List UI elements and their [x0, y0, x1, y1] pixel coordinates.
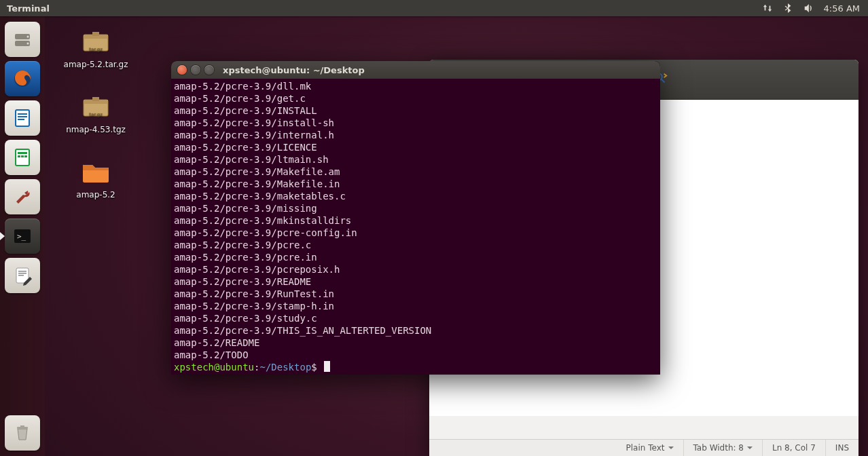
terminal-body[interactable]: amap-5.2/pcre-3.9/dll.mkamap-5.2/pcre-3.… [171, 79, 660, 375]
terminal-prompt[interactable]: xpstech@ubuntu:~/Desktop$ [174, 361, 657, 373]
status-cursor: Ln 8, Col 7 [763, 440, 826, 456]
svg-point-3 [27, 43, 29, 45]
svg-rect-24 [92, 32, 99, 36]
status-tabwidth[interactable]: Tab Width: 8 [684, 440, 763, 456]
status-language[interactable]: Plain Text [617, 440, 684, 456]
desktop-icon-label: nmap-4.53.tgz [66, 125, 126, 134]
launcher-firefox[interactable] [5, 61, 40, 96]
terminal-output-line: amap-5.2/pcre-3.9/pcreposix.h [174, 263, 657, 276]
terminal-output-line: amap-5.2/pcre-3.9/pcre.c [174, 239, 657, 251]
terminal-titlebar[interactable]: xpstech@ubuntu: ~/Desktop [171, 61, 660, 79]
archive-icon: tar.gz [79, 24, 112, 57]
svg-point-2 [27, 36, 29, 38]
terminal-output-line: amap-5.2/pcre-3.9/install-sh [174, 117, 657, 129]
desktop-icon-label: amap-5.2 [76, 190, 115, 200]
active-app-title: Terminal [0, 3, 50, 14]
terminal-output-line: amap-5.2/pcre-3.9/maketables.c [174, 190, 657, 202]
desktop-icon-amap-folder[interactable]: amap-5.2 [58, 155, 133, 200]
terminal-output-line: amap-5.2/pcre-3.9/dll.mk [174, 80, 657, 92]
terminal-output-line: amap-5.2/TODO [174, 349, 657, 361]
trash-icon [12, 422, 33, 444]
terminal-icon: >_ [12, 225, 33, 247]
window-close-button[interactable] [177, 65, 187, 75]
cursor [324, 361, 330, 372]
svg-rect-7 [18, 116, 27, 117]
desktop-icon-amap-archive[interactable]: tar.gz amap-5.2.tar.gz [58, 24, 133, 69]
desktop-icon-label: amap-5.2.tar.gz [64, 60, 128, 69]
svg-rect-6 [18, 113, 27, 115]
terminal-output-line: amap-5.2/pcre-3.9/README [174, 276, 657, 288]
launcher-trash[interactable] [5, 415, 40, 451]
terminal-output-line: amap-5.2/pcre-3.9/mkinstalldirs [174, 214, 657, 227]
terminal-output-line: amap-5.2/pcre-3.9/LICENCE [174, 141, 657, 153]
svg-rect-13 [24, 155, 27, 157]
text-editor-icon [12, 265, 33, 286]
launcher-settings[interactable] [5, 179, 40, 214]
window-minimize-button[interactable] [191, 65, 200, 75]
svg-rect-18 [18, 273, 26, 274]
terminal-output-line: amap-5.2/README [174, 337, 657, 349]
desktop[interactable]: Terminal 4:56 AM >_ [0, 0, 868, 456]
terminal-window[interactable]: xpstech@ubuntu: ~/Desktop amap-5.2/pcre-… [171, 61, 660, 375]
terminal-output-line: amap-5.2/pcre-3.9/stamp-h.in [174, 300, 657, 312]
bluetooth-icon [783, 3, 793, 13]
launcher-gedit[interactable] [5, 258, 40, 293]
top-panel: Terminal 4:56 AM [0, 0, 868, 16]
launcher-terminal[interactable]: >_ [5, 218, 40, 254]
terminal-output-line: amap-5.2/pcre-3.9/ltmain.sh [174, 153, 657, 166]
terminal-output-line: amap-5.2/pcre-3.9/RunTest.in [174, 288, 657, 300]
launcher-calc[interactable] [5, 140, 40, 175]
firefox-icon [12, 68, 33, 90]
status-insert-mode: INS [826, 440, 858, 456]
desktop-icon-nmap-archive[interactable]: tar.gz nmap-4.53.tgz [58, 90, 133, 134]
svg-rect-28 [92, 97, 99, 101]
svg-rect-17 [18, 271, 26, 272]
settings-wrench-icon [12, 186, 33, 208]
sound-indicator[interactable] [798, 0, 818, 16]
terminal-output-line: amap-5.2/pcre-3.9/Makefile.in [174, 178, 657, 190]
svg-rect-12 [21, 155, 24, 157]
svg-rect-19 [18, 275, 24, 276]
terminal-output-line: amap-5.2/pcre-3.9/INSTALL [174, 104, 657, 117]
network-indicator[interactable] [757, 0, 778, 16]
svg-text:tar.gz: tar.gz [89, 47, 103, 52]
svg-text:tar.gz: tar.gz [89, 112, 103, 117]
svg-rect-21 [20, 425, 24, 427]
svg-text:>_: >_ [17, 232, 26, 241]
file-manager-icon [12, 28, 33, 50]
svg-rect-11 [18, 155, 20, 157]
folder-icon [79, 155, 112, 187]
clock[interactable]: 4:56 AM [818, 0, 868, 16]
svg-rect-8 [18, 119, 24, 120]
terminal-title: xpstech@ubuntu: ~/Desktop [223, 65, 365, 75]
svg-rect-5 [16, 110, 29, 126]
terminal-output-line: amap-5.2/pcre-3.9/get.c [174, 92, 657, 104]
svg-rect-20 [17, 427, 28, 429]
volume-icon [803, 3, 813, 13]
launcher-files[interactable] [5, 22, 40, 57]
network-updown-icon [763, 3, 772, 13]
terminal-output-line: amap-5.2/pcre-3.9/pcre.in [174, 251, 657, 263]
writer-icon [12, 107, 33, 129]
calc-icon [12, 147, 33, 168]
terminal-output-line: amap-5.2/pcre-3.9/pcre-config.in [174, 227, 657, 239]
launcher: >_ [0, 16, 45, 456]
window-maximize-button[interactable] [204, 65, 214, 75]
terminal-output-line: amap-5.2/pcre-3.9/study.c [174, 312, 657, 324]
terminal-output-line: amap-5.2/pcre-3.9/missing [174, 202, 657, 214]
launcher-writer[interactable] [5, 100, 40, 136]
terminal-output-line: amap-5.2/pcre-3.9/Makefile.am [174, 166, 657, 178]
terminal-output-line: amap-5.2/pcre-3.9/internal.h [174, 129, 657, 141]
archive-icon: tar.gz [79, 90, 112, 122]
terminal-output-line: amap-5.2/pcre-3.9/THIS_IS_AN_ALTERTED_VE… [174, 324, 657, 337]
svg-rect-10 [18, 152, 27, 154]
gedit-statusbar: Plain Text Tab Width: 8 Ln 8, Col 7 INS [429, 439, 858, 456]
bluetooth-indicator[interactable] [778, 0, 798, 16]
